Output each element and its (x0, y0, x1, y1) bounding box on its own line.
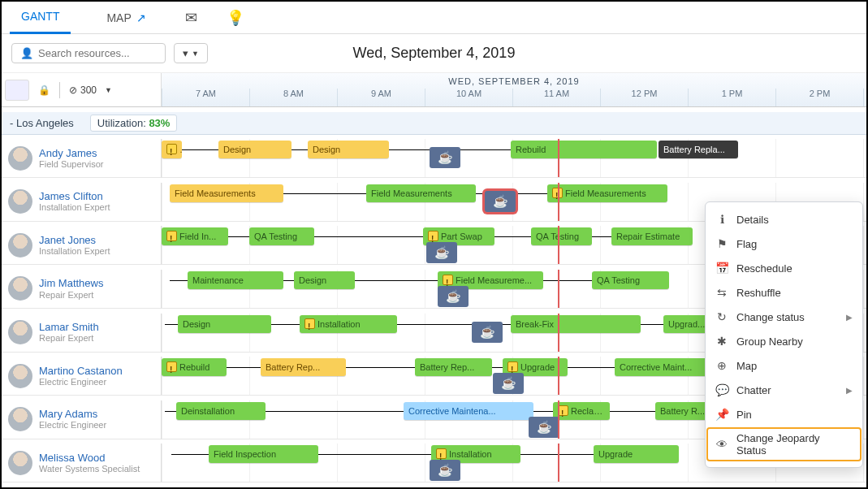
resource-row-left[interactable]: Andy James Field Supervisor (2, 139, 162, 178)
chevron-right-icon: ▶ (846, 386, 853, 395)
warning-icon (428, 231, 438, 241)
appointment-bar[interactable]: Deinstallation (176, 402, 266, 420)
break-icon[interactable]: ☕ (485, 191, 516, 212)
lock-button[interactable]: 🔒 (32, 81, 56, 99)
appointment-bar[interactable]: Break-Fix (511, 315, 641, 333)
context-menu-item[interactable]: 👁 Change Jeopardy Status (706, 426, 862, 462)
resource-role: Field Supervisor (39, 159, 103, 169)
appointment-bar[interactable]: QA Testing (592, 271, 669, 289)
menu-icon: ⚑ (715, 237, 728, 250)
warning-icon (558, 405, 568, 416)
context-menu-item[interactable]: ℹ Details (706, 207, 862, 232)
appointment-bar[interactable]: Corrective Maint... (615, 358, 708, 376)
resource-row-left[interactable]: Melissa Wood Water Systems Specialist (2, 444, 162, 483)
appointment-bar[interactable]: Design (308, 141, 389, 158)
appointment-bar[interactable]: Rebuild (162, 358, 227, 376)
appointment-bar[interactable]: Rebuild (511, 141, 657, 158)
appointment-bar[interactable]: Field Measurements (547, 184, 667, 202)
territory-group-row[interactable]: - Los Angeles Utilization: 83% (2, 112, 866, 135)
appointment-bar[interactable]: Design (218, 141, 291, 158)
break-icon[interactable]: ☕ (529, 417, 559, 438)
appointment-bar[interactable]: Corrective Maintena... (404, 402, 533, 420)
tab-gantt[interactable]: GANTT (10, 2, 71, 34)
break-icon[interactable]: ☕ (438, 286, 469, 307)
menu-label: Chatter (736, 384, 771, 396)
context-menu-item[interactable]: ⚑ Flag (706, 232, 862, 256)
avatar (8, 451, 32, 475)
resource-row-left[interactable]: Lamar Smith Repair Expert (2, 314, 162, 353)
context-menu-item[interactable]: 💬 Chatter ▶ (706, 378, 862, 402)
context-menu-item[interactable]: ↻ Change status ▶ (706, 305, 862, 329)
appointment-bar[interactable]: Reclam... (553, 402, 610, 420)
break-icon[interactable]: ☕ (493, 373, 524, 394)
break-icon[interactable]: ☕ (426, 242, 457, 263)
hour-cell: 3 PM (863, 89, 868, 106)
menu-label: Reschedule (736, 262, 792, 275)
resource-row-left[interactable]: Janet Jones Installation Expert (2, 226, 162, 265)
appointment-bar[interactable]: Repair Estimate (611, 227, 693, 245)
time-header: WED, SEPTEMBER 4, 2019 7 AM8 AM9 AM10 AM… (162, 73, 866, 107)
appointment-bar[interactable]: Upgrade (594, 445, 679, 463)
utilization-label: Utilization: (97, 117, 146, 129)
context-menu-item[interactable]: 📅 Reschedule (706, 256, 862, 280)
appointment-bar[interactable]: Maintenance (188, 271, 283, 289)
appointment-label: Rebuild (179, 362, 209, 372)
appointment-label: Rebuild (516, 145, 546, 154)
tab-map[interactable]: MAP ↗ (95, 2, 157, 34)
context-menu-item[interactable]: ⊕ Map (706, 353, 862, 378)
break-icon[interactable]: ☕ (430, 460, 460, 481)
appointment-bar[interactable]: QA Testing (249, 227, 314, 245)
appointment-label: Battery Repla... (663, 145, 725, 154)
appointment-label: Design (223, 145, 251, 154)
appointment-bar[interactable]: Field Measurements (170, 184, 283, 202)
appointment-label: Repair Estimate (616, 232, 680, 241)
appointment-label: Upgrade (520, 362, 555, 372)
resource-row-left[interactable]: Mary Adams Electric Engineer (2, 400, 162, 439)
search-input-wrap[interactable]: 👤 (11, 43, 166, 63)
mail-icon[interactable]: ✉ (182, 8, 201, 28)
resource-row-left[interactable]: Martino Castanon Electric Engineer (2, 357, 162, 396)
resource-name: Janet Jones (39, 235, 110, 246)
appointment-bar[interactable]: Field In... (162, 227, 228, 245)
context-menu-item[interactable]: ✱ Group Nearby (706, 329, 862, 353)
appointment-bar[interactable]: Battery R... (655, 402, 712, 420)
appointment-label: Installation (449, 449, 492, 459)
break-icon[interactable]: ☕ (430, 147, 460, 168)
context-menu-item[interactable]: ⇆ Reshuffle (706, 280, 862, 305)
resource-row-left[interactable]: James Clifton Installation Expert (2, 183, 162, 222)
filter-button[interactable]: ▾ ▼ (174, 43, 208, 63)
appointment-bar[interactable]: Design (294, 271, 355, 289)
resource-row-left[interactable]: Jim Matthews Repair Expert (2, 270, 162, 309)
appointment-bar[interactable]: Field Inspection (209, 445, 318, 463)
appointment-bar[interactable]: Battery Rep... (261, 358, 346, 376)
appointment-bar[interactable]: Design (178, 315, 271, 333)
appointment-bar[interactable]: Field Measurements (366, 184, 476, 202)
avatar (8, 233, 32, 257)
appointment-bar[interactable]: Battery Repla... (659, 141, 738, 158)
warning-icon (507, 361, 518, 372)
filter-icon: ▾ (183, 47, 188, 59)
context-menu: ℹ Details ⚑ Flag 📅 Reschedule ⇆ Reshuffl… (705, 201, 863, 468)
avatar (8, 407, 32, 431)
resource-name: Mary Adams (39, 409, 106, 420)
appointment-bar[interactable]: ... (162, 141, 182, 158)
collapse-button[interactable] (5, 80, 29, 101)
appointment-label: Reclam... (571, 406, 608, 416)
appointment-bar[interactable]: QA Testing (531, 227, 592, 245)
appointment-bar[interactable]: Battery Rep... (415, 358, 492, 376)
utilization-badge: Utilization: 83% (90, 115, 178, 132)
break-icon[interactable]: ☕ (472, 322, 503, 343)
now-indicator (558, 270, 559, 308)
count-button[interactable]: ⊘ 300 ▼ (63, 81, 118, 99)
appointment-label: Design (313, 145, 340, 154)
menu-label: Change status (736, 311, 805, 323)
search-input[interactable] (38, 47, 157, 59)
lightbulb-icon[interactable]: 💡 (226, 8, 245, 28)
appointment-label: Battery Rep... (266, 362, 320, 372)
menu-label: Group Nearby (736, 335, 803, 348)
hour-cell: 2 PM (775, 89, 863, 106)
tab-bar: GANTT MAP ↗ ✉ 💡 (2, 2, 866, 34)
context-menu-item[interactable]: 📌 Pin (706, 402, 862, 426)
appointment-bar[interactable]: Installation (300, 315, 397, 333)
appointment-label: Upgrade (598, 449, 633, 459)
